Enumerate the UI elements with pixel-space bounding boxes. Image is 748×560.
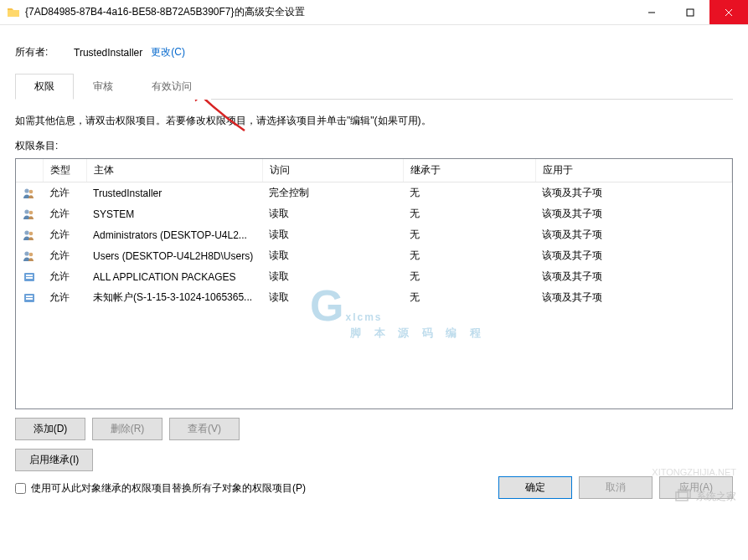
cell-applies: 该项及其子项 <box>535 266 732 287</box>
apply-button[interactable]: 应用(A) <box>659 476 733 499</box>
cell-applies: 该项及其子项 <box>535 203 732 224</box>
tab-permissions[interactable]: 权限 <box>15 74 74 100</box>
col-type[interactable]: 类型 <box>43 159 86 182</box>
svg-rect-14 <box>26 277 33 279</box>
svg-point-4 <box>24 188 28 193</box>
permission-row[interactable]: 允许Users (DESKTOP-U4L2H8D\Users)读取无该项及其子项 <box>16 245 732 266</box>
cell-principal: TrustedInstaller <box>86 182 262 204</box>
svg-rect-13 <box>26 275 33 276</box>
cell-applies: 该项及其子项 <box>535 182 732 204</box>
cell-principal: Users (DESKTOP-U4L2H8D\Users) <box>86 245 262 266</box>
replace-child-permissions-label[interactable]: 使用可从此对象继承的权限项目替换所有子对象的权限项目(P) <box>31 481 306 496</box>
column-header-row: 类型 主体 访问 继承于 应用于 <box>16 159 732 182</box>
col-principal[interactable]: 主体 <box>86 159 262 182</box>
cell-access: 读取 <box>262 203 403 224</box>
cell-applies: 该项及其子项 <box>535 245 732 266</box>
cell-access: 读取 <box>262 287 403 308</box>
cell-access: 完全控制 <box>262 182 403 204</box>
replace-child-permissions-checkbox[interactable] <box>15 483 26 494</box>
add-button[interactable]: 添加(D) <box>15 418 85 440</box>
svg-point-10 <box>24 251 28 255</box>
svg-rect-16 <box>26 295 33 297</box>
cell-type: 允许 <box>43 266 86 287</box>
principal-icon <box>16 245 43 266</box>
ok-button[interactable]: 确定 <box>498 476 572 499</box>
cell-applies: 该项及其子项 <box>535 287 732 308</box>
inherit-row: 启用继承(I) <box>15 449 733 471</box>
dialog-content: 所有者: TrustedInstaller 更改(C) 权限 审核 有效访问 如… <box>0 25 748 511</box>
svg-point-7 <box>29 210 34 214</box>
cell-principal: ALL APPLICATION PACKAGES <box>86 266 262 287</box>
cell-inherited: 无 <box>403 245 535 266</box>
cell-principal: 未知帐户(S-1-15-3-1024-1065365... <box>86 287 262 308</box>
svg-point-9 <box>29 231 34 235</box>
cell-inherited: 无 <box>403 224 535 245</box>
change-owner-link[interactable]: 更改(C) <box>151 45 185 59</box>
minimize-button[interactable] <box>632 0 671 24</box>
cell-type: 允许 <box>43 245 86 266</box>
cancel-button[interactable]: 取消 <box>579 476 653 499</box>
col-access[interactable]: 访问 <box>262 159 403 182</box>
entries-label: 权限条目: <box>15 139 733 153</box>
close-button[interactable] <box>709 0 748 24</box>
owner-value: TrustedInstaller <box>74 47 142 59</box>
principal-icon <box>16 203 43 224</box>
principal-icon <box>16 182 43 204</box>
action-buttons-row: 添加(D) 删除(R) 查看(V) <box>15 418 733 440</box>
tab-effective-access[interactable]: 有效访问 <box>132 74 211 100</box>
view-button[interactable]: 查看(V) <box>169 418 240 440</box>
tabstrip: 权限 审核 有效访问 <box>15 73 733 100</box>
cell-applies: 该项及其子项 <box>535 224 732 245</box>
cell-type: 允许 <box>43 182 86 204</box>
cell-inherited: 无 <box>403 182 535 204</box>
tab-audit[interactable]: 审核 <box>74 74 132 100</box>
cell-inherited: 无 <box>403 266 535 287</box>
permissions-listbox[interactable]: 类型 主体 访问 继承于 应用于 允许TrustedInstaller完全控制无… <box>15 158 733 409</box>
enable-inheritance-button[interactable]: 启用继承(I) <box>15 449 93 471</box>
col-inherited[interactable]: 继承于 <box>403 159 535 182</box>
svg-point-11 <box>29 252 34 256</box>
window-title: {7AD84985-87B4-4a16-BE58-8B72A5B390F7}的高… <box>25 5 632 19</box>
col-applies[interactable]: 应用于 <box>535 159 732 182</box>
titlebar: {7AD84985-87B4-4a16-BE58-8B72A5B390F7}的高… <box>0 0 748 25</box>
cell-principal: SYSTEM <box>86 203 262 224</box>
cell-type: 允许 <box>43 203 86 224</box>
owner-label: 所有者: <box>15 45 65 59</box>
cell-access: 读取 <box>262 266 403 287</box>
cell-inherited: 无 <box>403 203 535 224</box>
svg-point-8 <box>24 230 28 234</box>
cell-access: 读取 <box>262 245 403 266</box>
svg-rect-17 <box>26 298 33 300</box>
svg-point-6 <box>24 209 28 213</box>
cell-type: 允许 <box>43 224 86 245</box>
owner-row: 所有者: TrustedInstaller 更改(C) <box>15 45 733 59</box>
folder-icon <box>7 6 20 19</box>
permission-row[interactable]: 允许Administrators (DESKTOP-U4L2...读取无该项及其… <box>16 224 732 245</box>
cell-inherited: 无 <box>403 287 535 308</box>
permission-row[interactable]: 允许ALL APPLICATION PACKAGES读取无该项及其子项 <box>16 266 732 287</box>
principal-icon <box>16 287 43 308</box>
principal-icon <box>16 224 43 245</box>
permission-row[interactable]: 允许未知帐户(S-1-15-3-1024-1065365...读取无该项及其子项 <box>16 287 732 308</box>
maximize-button[interactable] <box>671 0 709 24</box>
cell-principal: Administrators (DESKTOP-U4L2... <box>86 224 262 245</box>
svg-point-5 <box>29 189 34 193</box>
principal-icon <box>16 266 43 287</box>
svg-rect-1 <box>687 9 694 16</box>
window-controls <box>632 0 748 24</box>
remove-button[interactable]: 删除(R) <box>92 418 162 440</box>
cell-access: 读取 <box>262 224 403 245</box>
instructions-text: 如需其他信息，请双击权限项目。若要修改权限项目，请选择该项目并单击"编辑"(如果… <box>15 113 733 129</box>
permission-row[interactable]: 允许SYSTEM读取无该项及其子项 <box>16 203 732 224</box>
footer-buttons: 确定 取消 应用(A) <box>498 476 733 499</box>
permission-row[interactable]: 允许TrustedInstaller完全控制无该项及其子项 <box>16 182 732 204</box>
cell-type: 允许 <box>43 287 86 308</box>
